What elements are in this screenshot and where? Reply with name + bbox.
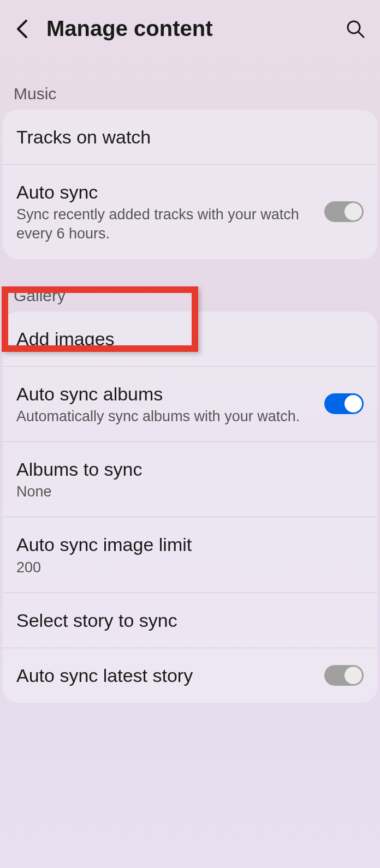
auto-sync-music-item[interactable]: Auto sync Sync recently added tracks wit…	[3, 165, 377, 259]
auto-sync-latest-story-title: Auto sync latest story	[16, 663, 313, 687]
auto-sync-albums-item[interactable]: Auto sync albums Automatically sync albu…	[3, 367, 377, 442]
albums-to-sync-value: None	[16, 482, 364, 501]
auto-sync-image-limit-item[interactable]: Auto sync image limit 200	[3, 517, 377, 592]
back-button[interactable]	[11, 18, 33, 40]
tracks-on-watch-item[interactable]: Tracks on watch	[3, 110, 377, 165]
page-title: Manage content	[46, 16, 345, 41]
tracks-on-watch-title: Tracks on watch	[16, 125, 364, 149]
select-story-item[interactable]: Select story to sync	[3, 593, 377, 648]
auto-sync-image-limit-value: 200	[16, 558, 364, 577]
auto-sync-music-subtitle: Sync recently added tracks with your wat…	[16, 205, 313, 243]
search-button[interactable]	[345, 18, 366, 40]
highlight-annotation	[2, 286, 198, 352]
albums-to-sync-item[interactable]: Albums to sync None	[3, 442, 377, 517]
auto-sync-music-title: Auto sync	[16, 180, 313, 204]
auto-sync-latest-story-toggle[interactable]	[324, 665, 364, 686]
auto-sync-latest-story-item[interactable]: Auto sync latest story	[3, 648, 377, 703]
svg-point-0	[348, 21, 360, 33]
svg-line-1	[359, 32, 364, 37]
chevron-left-icon	[15, 19, 28, 39]
music-section-header: Music	[0, 57, 380, 110]
select-story-title: Select story to sync	[16, 608, 364, 632]
auto-sync-music-toggle[interactable]	[324, 201, 364, 222]
music-list-group: Tracks on watch Auto sync Sync recently …	[3, 110, 377, 259]
auto-sync-image-limit-title: Auto sync image limit	[16, 532, 364, 556]
gallery-list-group: Add images Auto sync albums Automaticall…	[3, 312, 377, 703]
header: Manage content	[0, 0, 380, 57]
albums-to-sync-title: Albums to sync	[16, 457, 364, 481]
auto-sync-albums-title: Auto sync albums	[16, 382, 313, 406]
auto-sync-albums-subtitle: Automatically sync albums with your watc…	[16, 407, 313, 426]
auto-sync-albums-toggle[interactable]	[324, 393, 364, 414]
search-icon	[346, 19, 365, 39]
